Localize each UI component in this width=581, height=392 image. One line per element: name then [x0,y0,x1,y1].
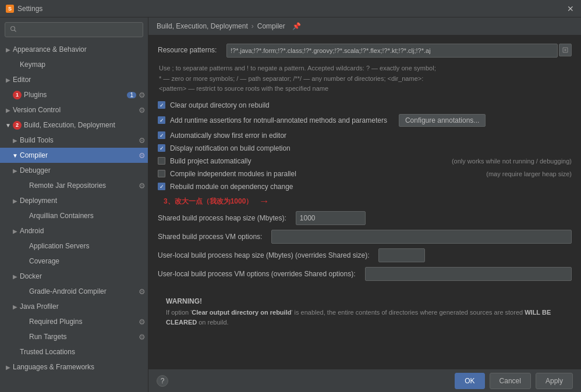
sidebar-item-gradle-android[interactable]: ▶ Gradle-Android Compiler ⚙ [0,284,148,299]
hint-box: Use ; to separate patterns and ! to nega… [158,63,572,94]
sidebar-item-label: Required Plugins [29,318,139,326]
sidebar-item-docker[interactable]: ▶ Docker [0,269,148,284]
config-icon: ⚙ [139,181,146,190]
expand-button[interactable] [559,44,572,56]
field-row-user-vm: User-local build process VM options (ove… [158,267,572,281]
sidebar-item-label: Keymap [20,60,148,69]
warning-box: WARNING! If option 'Clear output directo… [158,290,572,335]
window-title: Settings [17,5,566,13]
checkbox-label-clear-output: Clear output directory on rebuild [170,101,270,109]
search-box[interactable] [5,22,143,37]
config-icon: ⚙ [139,287,146,296]
annotation-arrow: → [258,195,269,208]
sidebar-item-label: Java Profiler [20,302,148,311]
footer: ? OK Cancel Apply [148,369,581,392]
pattern-input-wrap [226,44,572,58]
arrow-icon: ▶ [12,227,19,234]
nav-tree: ▶ Appearance & Behavior ▶ Keymap ▶ Edito… [0,42,148,392]
sidebar-item-remote-jar[interactable]: ▶ Remote Jar Repositories ⚙ [0,178,148,193]
shared-heap-label: Shared build process heap size (Mbytes): [158,214,286,222]
sidebar-item-required-plugins[interactable]: ▶ Required Plugins ⚙ [0,314,148,329]
sidebar-item-label: Build, Execution, Deployment [24,121,148,129]
checkbox-compile-parallel[interactable] [158,170,165,177]
sidebar-item-application-servers[interactable]: ▶ Application Servers [0,238,148,254]
arrow-icon: ▶ [12,303,19,310]
window-controls: ✕ [566,4,575,13]
arrow-icon: ▶ [5,46,12,53]
checkbox-row-clear-output: Clear output directory on rebuild [158,101,572,109]
annotation-text: 3、改大一点（我改为1000） [164,197,253,206]
config-icon: ⚙ [139,318,146,326]
sidebar-item-keymap[interactable]: ▶ Keymap [0,57,148,72]
breadcrumb-separator: › [251,22,254,30]
annotation-badge-1: 1 [13,91,22,99]
sidebar-item-debugger[interactable]: ▶ Debugger [0,163,148,178]
sidebar-item-android[interactable]: ▶ Android [0,223,148,238]
sidebar-item-label: Build Tools [20,136,139,144]
arrow-icon: ▶ [5,76,12,83]
config-icon: ⚙ [139,151,146,160]
sidebar-item-label: Arquillian Containers [29,212,148,220]
checkbox-label-runtime-assertions: Add runtime assertions for notnull-annot… [170,116,387,124]
breadcrumb-path: Build, Execution, Deployment [157,22,248,30]
help-button[interactable]: ? [157,375,168,387]
sidebar-item-label: Remote Jar Repositories [29,181,139,190]
config-icon: ⚙ [139,106,146,115]
configure-annotations-button[interactable]: Configure annotations... [399,114,486,127]
sidebar-item-run-targets[interactable]: ▶ Run Targets ⚙ [0,329,148,344]
cancel-button[interactable]: Cancel [490,373,531,389]
sidebar-item-plugins[interactable]: ▶ 1 Plugins 1 ⚙ [0,87,148,102]
annotation-badge-2: 2 [13,121,22,130]
checkbox-display-notification[interactable] [158,144,165,152]
shared-vm-input[interactable] [271,230,572,244]
sidebar-item-label: Languages & Frameworks [13,363,148,371]
sidebar-item-build-execution-deployment[interactable]: ▼ 2 Build, Execution, Deployment [0,117,148,133]
config-icon: ⚙ [139,136,146,145]
search-icon [10,26,17,34]
sidebar-item-label: Plugins [24,91,127,99]
search-input[interactable] [20,26,138,34]
sidebar-item-label: Editor [13,76,148,84]
sidebar-item-compiler[interactable]: ▼ Compiler ⚙ [0,148,148,163]
arrow-icon: ▶ [5,364,12,370]
checkbox-clear-output[interactable] [158,101,165,109]
sidebar-item-version-control[interactable]: ▶ Version Control ⚙ [0,102,148,117]
checkbox-auto-show-error[interactable] [158,131,165,139]
checkbox-row-display-notification: Display notification on build completion [158,144,572,152]
field-row-shared-vm: Shared build process VM options: [158,230,572,244]
sidebar-item-label: Compiler [20,151,139,159]
sidebar-item-deployment[interactable]: ▶ Deployment [0,193,148,208]
sidebar-item-java-profiler[interactable]: ▶ Java Profiler [0,299,148,314]
footer-left: ? [157,375,168,387]
arrow-icon: ▶ [12,137,19,144]
sidebar-item-arquillian[interactable]: ▶ Arquillian Containers [0,208,148,223]
checkbox-row-runtime-assertions: Add runtime assertions for notnull-annot… [158,114,572,127]
hint-text-3: <pattern> — restrict to source roots wit… [159,85,328,92]
sidebar-item-languages-frameworks[interactable]: ▶ Languages & Frameworks [0,359,148,375]
ok-button[interactable]: OK [455,373,484,389]
checkbox-runtime-assertions[interactable] [158,116,165,124]
sidebar-item-trusted-locations[interactable]: ▶ Trusted Locations [0,344,148,359]
sidebar-item-coverage[interactable]: ▶ Coverage [0,254,148,269]
close-button[interactable]: ✕ [566,4,575,13]
user-heap-input[interactable] [378,248,425,262]
checkbox-label-build-auto: Build project automatically [170,157,251,165]
checkbox-label-auto-show-error: Automatically show first error in editor [170,131,286,140]
sidebar-item-build-tools[interactable]: ▶ Build Tools ⚙ [0,133,148,148]
warning-title: WARNING! [166,297,564,305]
checkbox-row-compile-parallel: Compile independent modules in parallel … [158,170,572,178]
user-vm-input[interactable] [365,267,572,281]
sidebar: ▶ Appearance & Behavior ▶ Keymap ▶ Edito… [0,17,148,392]
sidebar-item-label: Application Servers [29,242,148,250]
resource-patterns-input[interactable] [226,44,558,58]
apply-button[interactable]: Apply [536,373,573,389]
sidebar-item-appearance-behavior[interactable]: ▶ Appearance & Behavior [0,42,148,57]
sidebar-item-editor[interactable]: ▶ Editor [0,72,148,87]
title-bar: S Settings ✕ [0,0,581,17]
user-heap-label: User-local build process heap size (Mbyt… [158,251,369,259]
checkbox-build-auto[interactable] [158,157,165,165]
checkbox-rebuild-module[interactable] [158,183,165,190]
field-row-shared-heap: Shared build process heap size (Mbytes): [158,211,572,225]
hint-text-2: * — zero or more symbols; / — path separ… [159,75,423,82]
shared-heap-input[interactable] [296,211,366,225]
